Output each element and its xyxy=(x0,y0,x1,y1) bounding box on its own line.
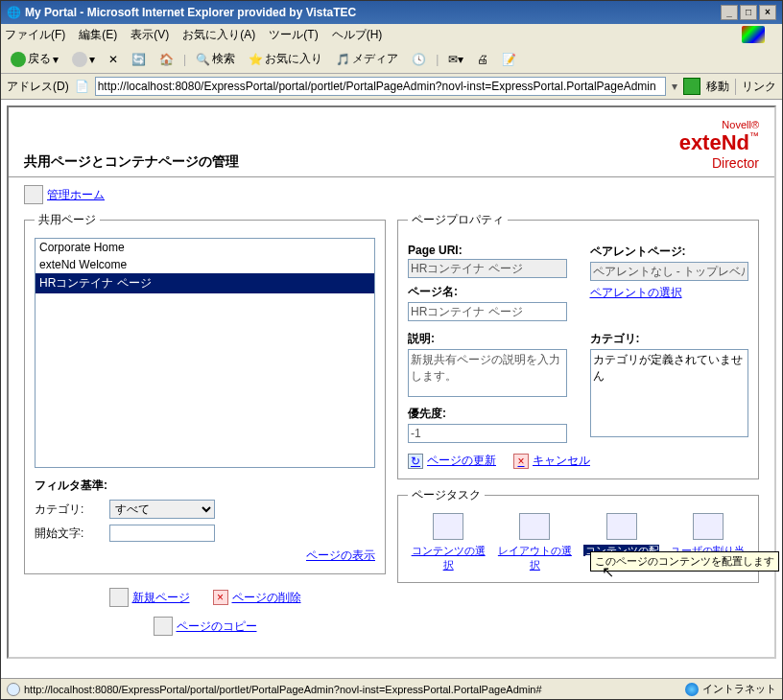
page-uri-label: Page URI: xyxy=(408,244,567,257)
toolbar: 戻る ▾ ▾ ✕ 🔄 🏠 | 🔍検索 ⭐お気に入り 🎵メディア 🕓 | ✉▾ 🖨… xyxy=(1,45,782,74)
address-label: アドレス(D) xyxy=(7,79,69,95)
new-page-icon xyxy=(109,588,129,607)
admin-home-icon xyxy=(24,185,43,204)
select-layout-icon xyxy=(519,513,550,540)
forward-button[interactable]: ▾ xyxy=(68,50,99,69)
menu-bar: ファイル(F) 編集(E) 表示(V) お気に入り(A) ツール(T) ヘルプ(… xyxy=(1,24,782,45)
back-button[interactable]: 戻る ▾ xyxy=(7,49,62,69)
menu-file[interactable]: ファイル(F) xyxy=(5,27,65,43)
print-button[interactable]: 🖨 xyxy=(473,51,492,68)
task-select-layout[interactable]: レイアウトの選択 xyxy=(496,513,573,572)
parent-page-label: ペアレントページ: xyxy=(590,244,749,260)
zone-text: イントラネット xyxy=(702,682,776,696)
cancel-icon: × xyxy=(513,454,529,469)
cancel-button[interactable]: ×キャンセル xyxy=(513,453,590,469)
history-button[interactable]: 🕓 xyxy=(408,51,430,68)
category-select[interactable]: すべて xyxy=(109,500,215,519)
window-titlebar: 🌐 My Portal - Microsoft Internet Explore… xyxy=(1,1,782,24)
description-label: 説明: xyxy=(408,331,567,347)
category-label: カテゴリ: xyxy=(35,502,102,518)
page-header: 共用ページとコンテナページの管理 Novell® exteNd™ Directo… xyxy=(9,107,774,177)
favorites-button[interactable]: ⭐お気に入り xyxy=(245,49,326,69)
mail-button[interactable]: ✉▾ xyxy=(444,51,467,68)
address-input[interactable] xyxy=(95,77,666,96)
list-item[interactable]: Corporate Home xyxy=(36,239,374,256)
assign-users-icon xyxy=(693,513,724,540)
page-uri-value xyxy=(408,259,567,278)
brand-logo: Novell® exteNd™ Director xyxy=(679,119,759,171)
page-icon: 📄 xyxy=(75,80,89,93)
list-item[interactable]: exteNd Welcome xyxy=(36,256,374,273)
list-item-selected[interactable]: HRコンテイナ ページ xyxy=(36,273,374,293)
copy-page-icon xyxy=(154,617,173,636)
media-button[interactable]: 🎵メディア xyxy=(332,49,402,69)
tooltip: このページのコンテンツを配置します xyxy=(590,551,779,572)
task-select-content[interactable]: コンテンツの選択 xyxy=(410,513,486,572)
select-content-icon xyxy=(433,513,463,540)
maximize-button[interactable]: □ xyxy=(740,5,757,20)
page-properties-fieldset: ページプロパティ Page URI: ページ名: ペアレントページ: xyxy=(397,212,759,479)
page-tasks-legend: ページタスク xyxy=(408,487,485,503)
update-page-button[interactable]: ↻ページの更新 xyxy=(408,453,496,469)
new-page-link[interactable]: 新規ページ xyxy=(132,590,190,606)
menu-view[interactable]: 表示(V) xyxy=(130,27,169,43)
windows-flag-icon xyxy=(742,26,765,43)
minimize-button[interactable]: _ xyxy=(721,5,738,20)
arrange-content-icon xyxy=(606,513,637,540)
shared-pages-list[interactable]: Corporate Home exteNd Welcome HRコンテイナ ペー… xyxy=(35,238,375,468)
zone-icon xyxy=(685,683,699,696)
refresh-button[interactable]: 🔄 xyxy=(128,51,150,68)
description-input[interactable]: 新規共有ページの説明を入力します。 xyxy=(408,349,567,397)
ie-icon: 🌐 xyxy=(7,6,21,19)
menu-edit[interactable]: 編集(E) xyxy=(79,27,117,43)
page-title: 共用ページとコンテナページの管理 xyxy=(24,153,239,171)
copy-page-link[interactable]: ページのコピー xyxy=(177,618,257,635)
status-icon xyxy=(7,683,20,696)
status-text: http://localhost:8080/ExpressPortal/port… xyxy=(24,684,542,695)
select-parent-link[interactable]: ペアレントの選択 xyxy=(590,286,682,299)
priority-input[interactable] xyxy=(408,424,567,443)
priority-label: 優先度: xyxy=(408,406,567,422)
page-name-label: ページ名: xyxy=(408,284,567,300)
menu-help[interactable]: ヘルプ(H) xyxy=(332,27,383,43)
edit-button[interactable]: 📝 xyxy=(498,51,520,68)
menu-favorites[interactable]: お気に入り(A) xyxy=(182,27,255,43)
start-char-label: 開始文字: xyxy=(35,525,102,542)
status-bar: http://localhost:8080/ExpressPortal/port… xyxy=(1,678,782,699)
page-properties-legend: ページプロパティ xyxy=(408,212,508,228)
category-prop-label: カテゴリ: xyxy=(590,331,749,347)
start-char-input[interactable] xyxy=(109,525,215,542)
stop-button[interactable]: ✕ xyxy=(105,51,122,68)
page-name-input[interactable] xyxy=(408,302,567,321)
shared-pages-legend: 共用ページ xyxy=(35,212,100,228)
search-button[interactable]: 🔍検索 xyxy=(192,49,239,69)
address-bar: アドレス(D) 📄 ▾ 移動 リンク xyxy=(1,74,782,100)
menu-tools[interactable]: ツール(T) xyxy=(269,27,318,43)
admin-home-link[interactable]: 管理ホーム xyxy=(47,187,105,203)
delete-page-link[interactable]: ページの削除 xyxy=(232,590,301,606)
cursor-icon: ↖ xyxy=(602,563,614,581)
refresh-icon: ↻ xyxy=(408,454,423,469)
close-button[interactable]: × xyxy=(759,5,776,20)
go-label[interactable]: 移動 xyxy=(706,79,729,95)
go-button[interactable] xyxy=(683,78,700,95)
page-tasks-fieldset: ページタスク コンテンツの選択 レイアウトの選択 xyxy=(397,487,759,583)
delete-page-icon: × xyxy=(213,590,228,605)
window-title: My Portal - Microsoft Internet Explorer … xyxy=(25,6,356,19)
show-pages-link[interactable]: ページの表示 xyxy=(306,548,375,562)
links-label[interactable]: リンク xyxy=(735,79,776,95)
category-box: カテゴリが定義されていません xyxy=(590,349,749,437)
home-button[interactable]: 🏠 xyxy=(155,51,178,68)
parent-page-value xyxy=(590,262,749,281)
shared-pages-fieldset: 共用ページ Corporate Home exteNd Welcome HRコン… xyxy=(24,212,386,574)
filter-label: フィルタ基準: xyxy=(35,478,375,494)
content-area: 共用ページとコンテナページの管理 Novell® exteNd™ Directo… xyxy=(1,100,782,678)
